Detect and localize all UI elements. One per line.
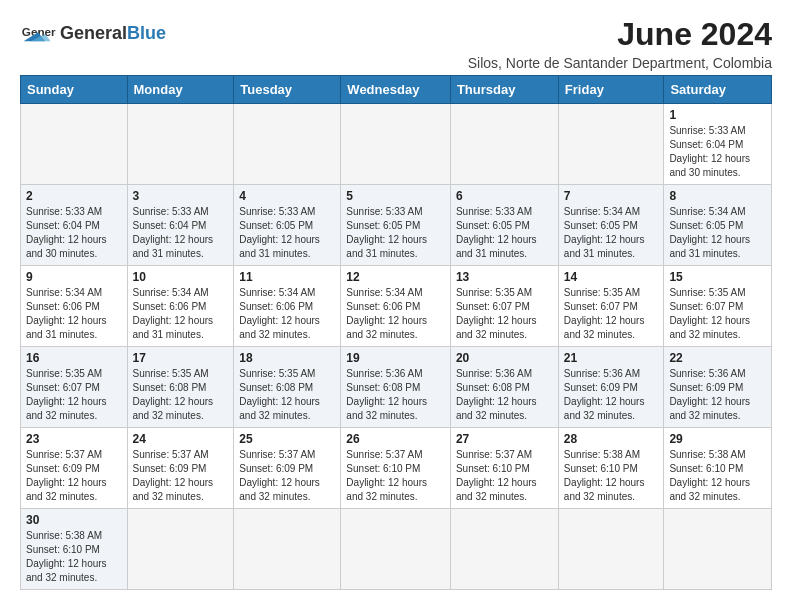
logo-icon: General (20, 16, 56, 52)
day-info: Sunrise: 5:36 AMSunset: 6:09 PMDaylight:… (669, 367, 766, 423)
day-number: 2 (26, 189, 122, 203)
calendar-cell: 27Sunrise: 5:37 AMSunset: 6:10 PMDayligh… (450, 428, 558, 509)
calendar-cell (234, 509, 341, 590)
day-number: 22 (669, 351, 766, 365)
day-info: Sunrise: 5:37 AMSunset: 6:09 PMDaylight:… (133, 448, 229, 504)
day-number: 7 (564, 189, 659, 203)
day-info: Sunrise: 5:35 AMSunset: 6:07 PMDaylight:… (456, 286, 553, 342)
calendar-cell: 9Sunrise: 5:34 AMSunset: 6:06 PMDaylight… (21, 266, 128, 347)
weekday-header-tuesday: Tuesday (234, 76, 341, 104)
calendar-cell: 8Sunrise: 5:34 AMSunset: 6:05 PMDaylight… (664, 185, 772, 266)
logo: General GeneralBlue (20, 16, 166, 52)
calendar-week-row: 16Sunrise: 5:35 AMSunset: 6:07 PMDayligh… (21, 347, 772, 428)
day-info: Sunrise: 5:38 AMSunset: 6:10 PMDaylight:… (564, 448, 659, 504)
day-number: 9 (26, 270, 122, 284)
day-number: 21 (564, 351, 659, 365)
day-info: Sunrise: 5:38 AMSunset: 6:10 PMDaylight:… (669, 448, 766, 504)
day-info: Sunrise: 5:35 AMSunset: 6:08 PMDaylight:… (133, 367, 229, 423)
weekday-header-monday: Monday (127, 76, 234, 104)
calendar-cell: 4Sunrise: 5:33 AMSunset: 6:05 PMDaylight… (234, 185, 341, 266)
calendar-cell: 20Sunrise: 5:36 AMSunset: 6:08 PMDayligh… (450, 347, 558, 428)
day-number: 26 (346, 432, 445, 446)
page-header: General GeneralBlue June 2024 Silos, Nor… (20, 16, 772, 71)
day-number: 13 (456, 270, 553, 284)
day-info: Sunrise: 5:38 AMSunset: 6:10 PMDaylight:… (26, 529, 122, 585)
day-info: Sunrise: 5:35 AMSunset: 6:08 PMDaylight:… (239, 367, 335, 423)
day-info: Sunrise: 5:34 AMSunset: 6:06 PMDaylight:… (133, 286, 229, 342)
calendar-table: SundayMondayTuesdayWednesdayThursdayFrid… (20, 75, 772, 590)
day-number: 20 (456, 351, 553, 365)
day-number: 1 (669, 108, 766, 122)
calendar-cell (341, 104, 451, 185)
day-number: 4 (239, 189, 335, 203)
calendar-cell (127, 104, 234, 185)
weekday-header-row: SundayMondayTuesdayWednesdayThursdayFrid… (21, 76, 772, 104)
day-info: Sunrise: 5:34 AMSunset: 6:06 PMDaylight:… (26, 286, 122, 342)
day-info: Sunrise: 5:33 AMSunset: 6:05 PMDaylight:… (346, 205, 445, 261)
day-number: 6 (456, 189, 553, 203)
day-number: 27 (456, 432, 553, 446)
day-info: Sunrise: 5:35 AMSunset: 6:07 PMDaylight:… (669, 286, 766, 342)
calendar-cell (450, 509, 558, 590)
calendar-cell: 2Sunrise: 5:33 AMSunset: 6:04 PMDaylight… (21, 185, 128, 266)
calendar-cell (664, 509, 772, 590)
day-info: Sunrise: 5:36 AMSunset: 6:08 PMDaylight:… (456, 367, 553, 423)
day-info: Sunrise: 5:34 AMSunset: 6:06 PMDaylight:… (346, 286, 445, 342)
day-number: 18 (239, 351, 335, 365)
calendar-cell: 3Sunrise: 5:33 AMSunset: 6:04 PMDaylight… (127, 185, 234, 266)
day-number: 10 (133, 270, 229, 284)
day-info: Sunrise: 5:37 AMSunset: 6:09 PMDaylight:… (26, 448, 122, 504)
day-info: Sunrise: 5:37 AMSunset: 6:10 PMDaylight:… (346, 448, 445, 504)
calendar-cell: 1Sunrise: 5:33 AMSunset: 6:04 PMDaylight… (664, 104, 772, 185)
day-number: 17 (133, 351, 229, 365)
day-number: 5 (346, 189, 445, 203)
calendar-cell (558, 104, 664, 185)
weekday-header-wednesday: Wednesday (341, 76, 451, 104)
calendar-cell: 26Sunrise: 5:37 AMSunset: 6:10 PMDayligh… (341, 428, 451, 509)
weekday-header-saturday: Saturday (664, 76, 772, 104)
day-info: Sunrise: 5:33 AMSunset: 6:05 PMDaylight:… (456, 205, 553, 261)
day-info: Sunrise: 5:37 AMSunset: 6:10 PMDaylight:… (456, 448, 553, 504)
calendar-cell: 10Sunrise: 5:34 AMSunset: 6:06 PMDayligh… (127, 266, 234, 347)
calendar-cell: 11Sunrise: 5:34 AMSunset: 6:06 PMDayligh… (234, 266, 341, 347)
day-info: Sunrise: 5:34 AMSunset: 6:05 PMDaylight:… (564, 205, 659, 261)
calendar-cell: 5Sunrise: 5:33 AMSunset: 6:05 PMDaylight… (341, 185, 451, 266)
calendar-cell: 22Sunrise: 5:36 AMSunset: 6:09 PMDayligh… (664, 347, 772, 428)
calendar-cell (450, 104, 558, 185)
calendar-week-row: 9Sunrise: 5:34 AMSunset: 6:06 PMDaylight… (21, 266, 772, 347)
calendar-cell: 23Sunrise: 5:37 AMSunset: 6:09 PMDayligh… (21, 428, 128, 509)
calendar-cell: 28Sunrise: 5:38 AMSunset: 6:10 PMDayligh… (558, 428, 664, 509)
weekday-header-friday: Friday (558, 76, 664, 104)
calendar-cell: 18Sunrise: 5:35 AMSunset: 6:08 PMDayligh… (234, 347, 341, 428)
weekday-header-sunday: Sunday (21, 76, 128, 104)
day-number: 14 (564, 270, 659, 284)
calendar-cell (21, 104, 128, 185)
calendar-cell: 29Sunrise: 5:38 AMSunset: 6:10 PMDayligh… (664, 428, 772, 509)
day-number: 25 (239, 432, 335, 446)
calendar-cell: 6Sunrise: 5:33 AMSunset: 6:05 PMDaylight… (450, 185, 558, 266)
calendar-cell (234, 104, 341, 185)
day-number: 29 (669, 432, 766, 446)
calendar-cell: 12Sunrise: 5:34 AMSunset: 6:06 PMDayligh… (341, 266, 451, 347)
day-info: Sunrise: 5:33 AMSunset: 6:04 PMDaylight:… (669, 124, 766, 180)
calendar-cell: 15Sunrise: 5:35 AMSunset: 6:07 PMDayligh… (664, 266, 772, 347)
calendar-cell: 21Sunrise: 5:36 AMSunset: 6:09 PMDayligh… (558, 347, 664, 428)
day-number: 15 (669, 270, 766, 284)
calendar-cell (341, 509, 451, 590)
day-info: Sunrise: 5:34 AMSunset: 6:06 PMDaylight:… (239, 286, 335, 342)
day-info: Sunrise: 5:35 AMSunset: 6:07 PMDaylight:… (564, 286, 659, 342)
calendar-week-row: 30Sunrise: 5:38 AMSunset: 6:10 PMDayligh… (21, 509, 772, 590)
calendar-cell: 17Sunrise: 5:35 AMSunset: 6:08 PMDayligh… (127, 347, 234, 428)
day-number: 16 (26, 351, 122, 365)
day-info: Sunrise: 5:34 AMSunset: 6:05 PMDaylight:… (669, 205, 766, 261)
calendar-week-row: 23Sunrise: 5:37 AMSunset: 6:09 PMDayligh… (21, 428, 772, 509)
calendar-cell (558, 509, 664, 590)
day-info: Sunrise: 5:37 AMSunset: 6:09 PMDaylight:… (239, 448, 335, 504)
day-info: Sunrise: 5:36 AMSunset: 6:09 PMDaylight:… (564, 367, 659, 423)
day-info: Sunrise: 5:35 AMSunset: 6:07 PMDaylight:… (26, 367, 122, 423)
calendar-cell: 19Sunrise: 5:36 AMSunset: 6:08 PMDayligh… (341, 347, 451, 428)
day-number: 19 (346, 351, 445, 365)
location-subtitle: Silos, Norte de Santander Department, Co… (468, 55, 772, 71)
calendar-cell: 24Sunrise: 5:37 AMSunset: 6:09 PMDayligh… (127, 428, 234, 509)
weekday-header-thursday: Thursday (450, 76, 558, 104)
